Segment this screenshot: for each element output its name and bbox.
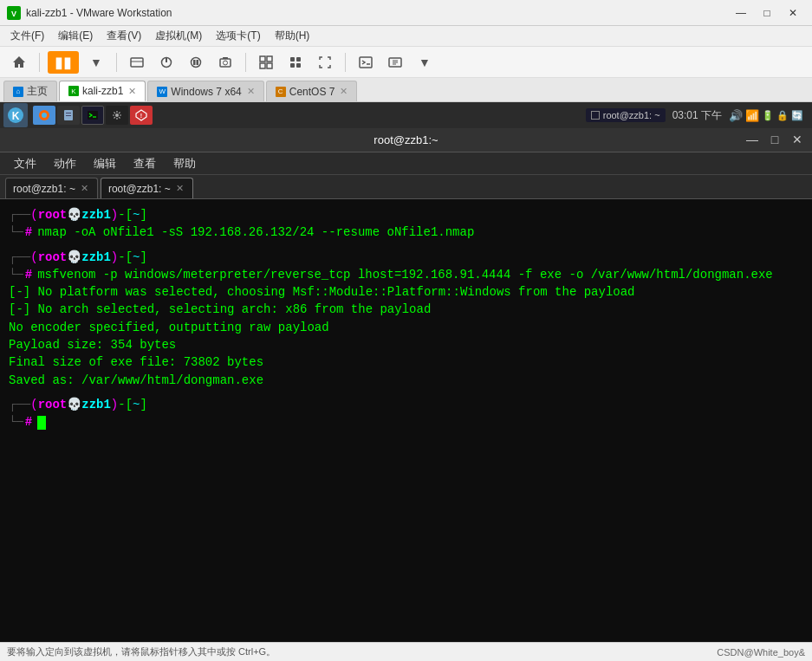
svg-rect-16: [296, 57, 301, 62]
dropdown2-button[interactable]: ▼: [412, 50, 437, 75]
term-menu-file[interactable]: 文件: [7, 154, 43, 173]
settings-icon[interactable]: [106, 106, 128, 125]
tab-kali-label: kali-zzb1: [82, 85, 123, 97]
kali-logo-icon[interactable]: K: [3, 103, 28, 127]
menu-file[interactable]: 文件(F): [3, 27, 51, 45]
suspend-button[interactable]: [184, 50, 208, 75]
files-icon[interactable]: [57, 106, 80, 125]
power-button[interactable]: [154, 50, 179, 75]
battery-icon[interactable]: 🔋: [762, 110, 774, 121]
cmd-line-2: └─ # msfvenom -p windows/meterpreter/rev…: [9, 266, 803, 283]
hash-2: #: [25, 266, 32, 283]
dash-cmd-2: └─: [9, 266, 23, 283]
term-menu-edit[interactable]: 编辑: [87, 154, 123, 173]
menubar: 文件(F) 编辑(E) 查看(V) 虚拟机(M) 选项卡(T) 帮助(H): [0, 26, 812, 47]
fullscreen-button[interactable]: [254, 50, 278, 75]
home-button[interactable]: [7, 50, 31, 75]
host-1: zzb1: [81, 206, 111, 224]
network-icon[interactable]: 📶: [745, 109, 759, 122]
tab-home[interactable]: ⌂ 主页: [3, 81, 57, 101]
menu-vm[interactable]: 虚拟机(M): [148, 27, 209, 45]
app-window: V kali-zzb1 - VMware Workstation ― □ ✕ 文…: [0, 0, 812, 661]
svg-rect-10: [223, 57, 228, 59]
kali-app-icons: !: [33, 106, 153, 125]
fit-button[interactable]: [313, 50, 337, 75]
refresh-icon[interactable]: 🔄: [791, 110, 803, 121]
firefox-icon[interactable]: [33, 106, 55, 125]
svg-rect-7: [197, 60, 199, 65]
term-menu-action[interactable]: 动作: [47, 154, 83, 173]
send-ctrl-alt-del[interactable]: [125, 50, 149, 75]
close-button[interactable]: ✕: [781, 4, 805, 22]
bracket-close-3: ]: [140, 396, 146, 413]
inner-close-btn[interactable]: ✕: [788, 132, 807, 147]
tabs-row: ⌂ 主页 K kali-zzb1 ✕ W Windows 7 x64 ✕ C C…: [0, 78, 812, 102]
svg-point-28: [42, 113, 47, 118]
prompt-close-2: ): [111, 249, 118, 266]
status-message: 要将输入定向到该虚拟机，请将鼠标指针移入其中或按 Ctrl+G。: [7, 645, 276, 658]
security-icon[interactable]: !: [130, 106, 153, 125]
term-menubar: 文件 动作 编辑 查看 帮助: [0, 152, 812, 175]
output-5: Final size of exe file: 73802 bytes: [9, 353, 803, 371]
output-3: No encoder specified, outputting raw pay…: [9, 319, 803, 336]
skull-1: 💀: [67, 206, 81, 224]
toolbar-dropdown[interactable]: ▼: [84, 50, 108, 75]
svg-rect-15: [290, 57, 295, 62]
svg-rect-30: [66, 113, 71, 113]
menu-view[interactable]: 查看(V): [100, 27, 148, 45]
terminal-tab-indicator[interactable]: root@zzb1: ~: [586, 108, 666, 122]
svg-rect-12: [267, 56, 272, 62]
toolbar: ▮▮ ▼ ▼: [0, 47, 812, 78]
tab-win7-close[interactable]: ✕: [247, 87, 255, 96]
term-tab-2-close[interactable]: ✕: [176, 183, 184, 194]
tab-win7-label: Windows 7 x64: [171, 86, 241, 98]
titlebar: V kali-zzb1 - VMware Workstation ― □ ✕: [0, 0, 812, 26]
cmd-line-3: └─ #: [9, 413, 803, 431]
tab-win7[interactable]: W Windows 7 x64 ✕: [147, 81, 263, 101]
term-tab-1-close[interactable]: ✕: [81, 183, 88, 194]
term-tab-2[interactable]: root@zzb1: ~ ✕: [101, 178, 193, 198]
inner-window-title: root@zzb1:~: [374, 133, 438, 146]
tab-centos-label: CentOS 7: [289, 86, 335, 98]
lock-icon[interactable]: 🔒: [776, 110, 789, 121]
menu-edit[interactable]: 编辑(E): [51, 27, 100, 45]
volume-icon[interactable]: 🔊: [729, 109, 743, 122]
dash-3: ┌──: [9, 396, 30, 413]
term-menu-view[interactable]: 查看: [127, 154, 163, 173]
dash-cmd-3: └─: [9, 413, 23, 431]
inner-maximize-btn[interactable]: □: [765, 132, 784, 147]
inner-minimize-btn[interactable]: ―: [743, 132, 762, 147]
svg-rect-18: [296, 63, 301, 68]
terminal-content[interactable]: ┌── ( root 💀 zzb1 ) -[ ~ ] └─ # nmap -oA…: [0, 199, 812, 615]
svg-rect-6: [193, 60, 196, 65]
term-menu-help[interactable]: 帮助: [166, 154, 203, 173]
terminal-icon[interactable]: [81, 106, 104, 125]
statusbar: 要将输入定向到该虚拟机，请将鼠标指针移入其中或按 Ctrl+G。 CSDN@Wh…: [0, 642, 812, 661]
prompt-close-3: ): [111, 396, 118, 413]
status-right: CSDN@White_boy&: [717, 647, 805, 658]
pause-button[interactable]: ▮▮: [48, 51, 79, 74]
tab-kali[interactable]: K kali-zzb1 ✕: [59, 81, 146, 101]
term-tab-1-label: root@zzb1: ~: [13, 183, 75, 195]
snapshot-button[interactable]: [213, 50, 237, 75]
tab-home-label: 主页: [27, 84, 48, 99]
cmd-line-1: └─ # nmap -oA oNfile1 -sS 192.168.26.132…: [9, 224, 803, 241]
tab-centos-close[interactable]: ✕: [340, 87, 348, 96]
prompt-open-3: (: [30, 396, 37, 413]
more-button[interactable]: [383, 50, 407, 75]
inner-window-controls: ― □ ✕: [743, 132, 807, 147]
tab-centos[interactable]: C CentOS 7 ✕: [266, 81, 358, 101]
menu-tabs[interactable]: 选项卡(T): [209, 27, 267, 45]
hash-1: #: [25, 224, 32, 241]
minimize-button[interactable]: ―: [729, 4, 753, 22]
menu-help[interactable]: 帮助(H): [268, 27, 317, 45]
spacer-1: [9, 242, 803, 249]
maximize-button[interactable]: □: [755, 4, 779, 22]
home-tab-icon: ⌂: [13, 87, 23, 97]
kali-tab-icon: K: [68, 86, 79, 96]
tab-kali-close[interactable]: ✕: [128, 87, 136, 96]
toolbar-sep-2: [116, 53, 117, 72]
unity-button[interactable]: [283, 50, 308, 75]
term-tab-1[interactable]: root@zzb1: ~ ✕: [5, 178, 98, 198]
console-button[interactable]: [354, 50, 378, 75]
